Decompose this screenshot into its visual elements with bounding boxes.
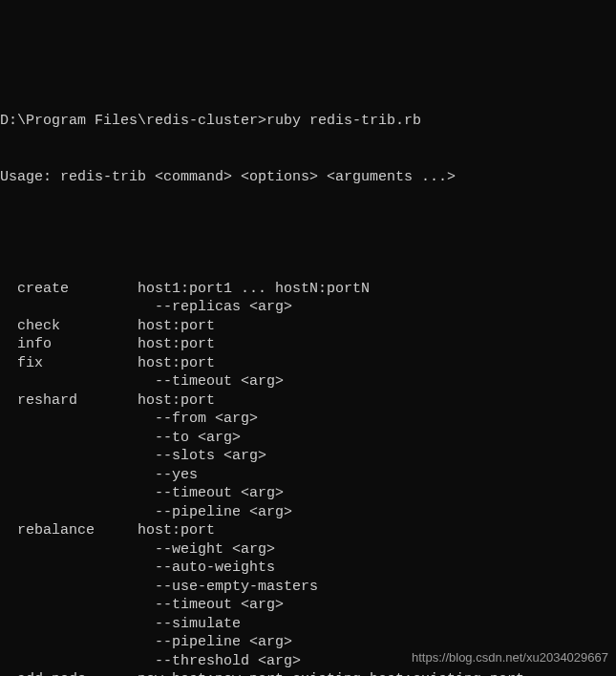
- usage-line: Usage: redis-trib <command> <options> <a…: [0, 168, 616, 187]
- command-option: --weight <arg>: [0, 540, 616, 560]
- command-option: --slots <arg>: [0, 447, 616, 466]
- watermark-text: https://blog.csdn.net/xu2034029667: [412, 650, 608, 666]
- command-option: --auto-weights: [0, 559, 616, 578]
- command-option: --timeout <arg>: [0, 372, 616, 391]
- command-row: infohost:port: [0, 335, 616, 354]
- command-desc: host1:port1 ... hostN:portN: [138, 280, 616, 299]
- command-option: --pipeline <arg>: [0, 503, 616, 522]
- command-row: checkhost:port: [0, 317, 616, 336]
- command-option: --timeout <arg>: [0, 484, 616, 503]
- command-name: rebalance: [0, 521, 138, 540]
- command-option: --pipeline <arg>: [0, 633, 616, 652]
- terminal-output: D:\Program Files\redis-cluster>ruby redi…: [0, 74, 616, 676]
- command-row: add-nodenew_host:new_port existing_host:…: [0, 670, 616, 676]
- command-option: --yes: [0, 466, 616, 485]
- command-desc: host:port: [138, 521, 616, 540]
- command-row: reshardhost:port: [0, 391, 616, 411]
- command-name: create: [0, 280, 138, 299]
- command-desc: host:port: [138, 317, 616, 336]
- command-prompt: D:\Program Files\redis-cluster>ruby redi…: [0, 112, 616, 131]
- command-row: rebalancehost:port: [0, 521, 616, 540]
- command-desc: host:port: [138, 354, 616, 373]
- command-name: fix: [0, 354, 138, 373]
- command-desc: new_host:new_port existing_host:existing…: [138, 670, 616, 676]
- command-row: createhost1:port1 ... hostN:portN: [0, 280, 616, 299]
- command-option: --use-empty-masters: [0, 578, 616, 597]
- command-name: add-node: [0, 670, 138, 676]
- blank-line: [0, 223, 616, 243]
- command-option: --from <arg>: [0, 410, 616, 429]
- command-option: --timeout <arg>: [0, 596, 616, 615]
- command-option: --replicas <arg>: [0, 298, 616, 317]
- command-desc: host:port: [138, 335, 616, 354]
- commands-list: createhost1:port1 ... hostN:portN--repli…: [0, 280, 616, 677]
- command-option: --simulate: [0, 615, 616, 634]
- command-name: info: [0, 335, 138, 354]
- command-name: check: [0, 317, 138, 336]
- command-name: reshard: [0, 391, 138, 411]
- command-option: --to <arg>: [0, 429, 616, 448]
- command-row: fixhost:port: [0, 354, 616, 373]
- command-desc: host:port: [138, 391, 616, 411]
